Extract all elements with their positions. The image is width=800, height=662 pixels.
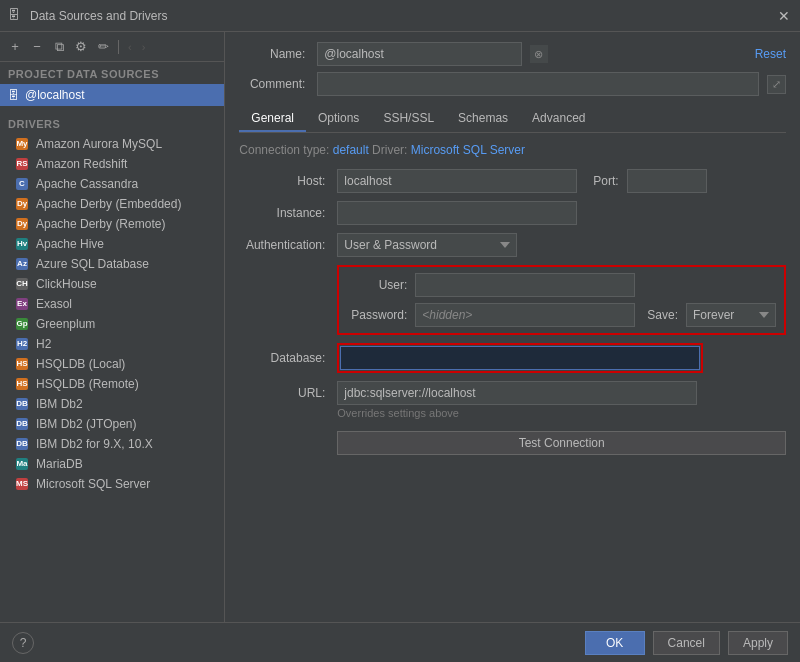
expand-comment-button[interactable]: ⤢: [767, 75, 786, 94]
driver-label: Driver:: [372, 143, 407, 157]
driver-name: Apache Hive: [36, 237, 104, 251]
driver-item[interactable]: CApache Cassandra: [0, 174, 224, 194]
apply-button[interactable]: Apply: [728, 631, 788, 655]
duplicate-button[interactable]: ⧉: [50, 38, 68, 56]
project-item-localhost[interactable]: 🗄 @localhost: [0, 84, 224, 106]
driver-item[interactable]: RSAmazon Redshift: [0, 154, 224, 174]
remove-button[interactable]: −: [28, 38, 46, 56]
database-label: Database:: [239, 351, 329, 365]
url-hint: Overrides settings above: [337, 407, 786, 419]
driver-name: HSQLDB (Local): [36, 357, 125, 371]
clear-name-button[interactable]: ⊗: [530, 45, 548, 63]
host-input[interactable]: [337, 169, 577, 193]
database-input[interactable]: [340, 346, 700, 370]
settings-button[interactable]: ⚙: [72, 38, 90, 56]
driver-item[interactable]: HvApache Hive: [0, 234, 224, 254]
driver-icon: Az: [16, 258, 28, 270]
save-select[interactable]: ForeverUntil restartNever: [686, 303, 776, 327]
instance-row: Instance:: [239, 201, 786, 225]
app-icon: 🗄: [8, 8, 24, 24]
bottom-bar: ? OK Cancel Apply: [0, 622, 800, 662]
tab-advanced[interactable]: Advanced: [520, 106, 597, 132]
auth-row: Authentication: User & PasswordWindows C…: [239, 233, 786, 257]
driver-name: HSQLDB (Remote): [36, 377, 139, 391]
driver-item[interactable]: DyApache Derby (Embedded): [0, 194, 224, 214]
comment-label: Comment:: [239, 77, 309, 91]
driver-item[interactable]: MSMicrosoft SQL Server: [0, 474, 224, 494]
edit-button[interactable]: ✏: [94, 38, 112, 56]
driver-item[interactable]: DBIBM Db2 for 9.X, 10.X: [0, 434, 224, 454]
driver-name: Apache Derby (Embedded): [36, 197, 181, 211]
comment-input[interactable]: [317, 72, 759, 96]
driver-item[interactable]: DBIBM Db2 (JTOpen): [0, 414, 224, 434]
tab-sshssl[interactable]: SSH/SSL: [371, 106, 446, 132]
driver-item[interactable]: MaMariaDB: [0, 454, 224, 474]
driver-name: Apache Derby (Remote): [36, 217, 165, 231]
driver-item[interactable]: AzAzure SQL Database: [0, 254, 224, 274]
forward-button[interactable]: ›: [139, 41, 149, 53]
driver-name: Greenplum: [36, 317, 95, 331]
driver-icon: H2: [16, 338, 28, 350]
name-label: Name:: [239, 47, 309, 61]
driver-icon: CH: [16, 278, 28, 290]
user-row: User:: [347, 273, 776, 297]
tab-options[interactable]: Options: [306, 106, 371, 132]
project-item-label: @localhost: [25, 88, 85, 102]
driver-value[interactable]: Microsoft SQL Server: [411, 143, 525, 157]
driver-item[interactable]: GpGreenplum: [0, 314, 224, 334]
ok-button[interactable]: OK: [585, 631, 645, 655]
driver-name: Microsoft SQL Server: [36, 477, 150, 491]
driver-icon: DB: [16, 438, 28, 450]
add-button[interactable]: +: [6, 38, 24, 56]
tab-general[interactable]: General: [239, 106, 306, 132]
auth-select[interactable]: User & PasswordWindows CredentialsNo aut…: [337, 233, 517, 257]
name-input[interactable]: [317, 42, 522, 66]
close-button[interactable]: ✕: [776, 8, 792, 24]
url-input[interactable]: [337, 381, 697, 405]
driver-item[interactable]: ExExasol: [0, 294, 224, 314]
driver-name: IBM Db2 for 9.X, 10.X: [36, 437, 153, 451]
connection-type-value[interactable]: default: [333, 143, 369, 157]
user-input[interactable]: [415, 273, 635, 297]
driver-item[interactable]: HSHSQLDB (Local): [0, 354, 224, 374]
password-input[interactable]: [415, 303, 635, 327]
driver-icon: Dy: [16, 198, 28, 210]
driver-icon: MS: [16, 478, 28, 490]
password-row: Password: Save: ForeverUntil restartNeve…: [347, 303, 776, 327]
driver-item[interactable]: HSHSQLDB (Remote): [0, 374, 224, 394]
test-connection-button[interactable]: Test Connection: [337, 431, 786, 455]
driver-name: ClickHouse: [36, 277, 97, 291]
instance-input[interactable]: [337, 201, 577, 225]
driver-item[interactable]: MyAmazon Aurora MySQL: [0, 134, 224, 154]
driver-name: Exasol: [36, 297, 72, 311]
comment-row: Comment: ⤢: [239, 72, 786, 96]
driver-icon: Gp: [16, 318, 28, 330]
database-row: Database:: [239, 343, 786, 373]
toolbar-separator: [118, 40, 119, 54]
reset-link[interactable]: Reset: [755, 47, 786, 61]
driver-name: Amazon Aurora MySQL: [36, 137, 162, 151]
drivers-section-header: Drivers: [0, 112, 224, 134]
driver-name: Apache Cassandra: [36, 177, 138, 191]
drivers-list: MyAmazon Aurora MySQLRSAmazon RedshiftCA…: [0, 134, 224, 622]
driver-icon: HS: [16, 358, 28, 370]
database-input-wrapper: [337, 343, 703, 373]
left-panel: + − ⧉ ⚙ ✏ ‹ › Project Data Sources 🗄 @lo…: [0, 32, 225, 622]
port-input[interactable]: [627, 169, 707, 193]
driver-name: Amazon Redshift: [36, 157, 127, 171]
connection-type-label: Connection type:: [239, 143, 329, 157]
driver-item[interactable]: H2H2: [0, 334, 224, 354]
url-label: URL:: [239, 386, 329, 400]
driver-name: IBM Db2 (JTOpen): [36, 417, 136, 431]
tab-schemas[interactable]: Schemas: [446, 106, 520, 132]
cancel-button[interactable]: Cancel: [653, 631, 720, 655]
right-panel: Name: ⊗ Reset Comment: ⤢ GeneralOptionsS…: [225, 32, 800, 622]
url-row: URL: Overrides settings above: [239, 381, 786, 419]
title-bar: 🗄 Data Sources and Drivers ✕: [0, 0, 800, 32]
back-button[interactable]: ‹: [125, 41, 135, 53]
driver-item[interactable]: CHClickHouse: [0, 274, 224, 294]
driver-icon: Ex: [16, 298, 28, 310]
driver-item[interactable]: DBIBM Db2: [0, 394, 224, 414]
driver-item[interactable]: DyApache Derby (Remote): [0, 214, 224, 234]
help-button[interactable]: ?: [12, 632, 34, 654]
